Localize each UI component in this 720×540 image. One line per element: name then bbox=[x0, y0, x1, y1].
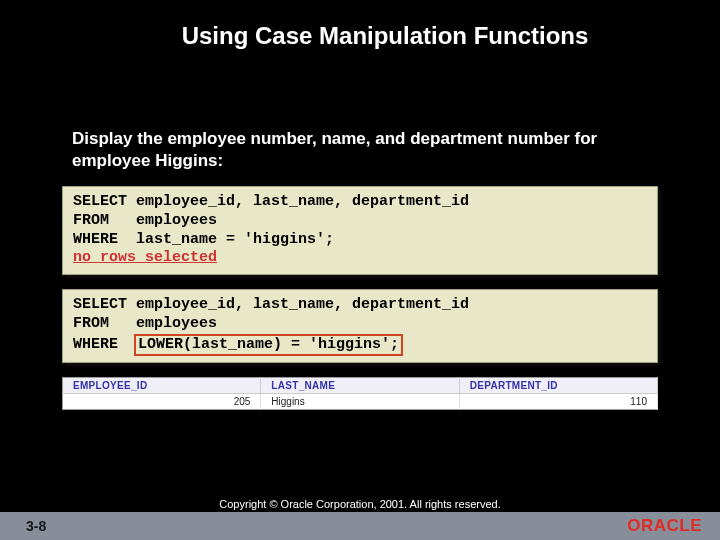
col-employee-id: EMPLOYEE_ID bbox=[63, 378, 261, 394]
col-department-id: DEPARTMENT_ID bbox=[459, 378, 657, 394]
sql1-line1: SELECT employee_id, last_name, departmen… bbox=[73, 193, 647, 212]
page-number: 3-8 bbox=[0, 518, 46, 534]
table-row: 205 Higgins 110 bbox=[63, 394, 658, 410]
sql2-line2: FROM employees bbox=[73, 315, 647, 334]
sql1-norows: no rows selected bbox=[73, 249, 647, 268]
footer-bar: 3-8 ORACLE bbox=[0, 512, 720, 540]
sql-block-2: SELECT employee_id, last_name, departmen… bbox=[62, 289, 658, 363]
lower-highlight: LOWER(last_name) = 'higgins'; bbox=[134, 334, 403, 357]
sql-block-1: SELECT employee_id, last_name, departmen… bbox=[62, 186, 658, 275]
sql2-line3: WHERE LOWER(last_name) = 'higgins'; bbox=[73, 334, 647, 357]
slide-title: Using Case Manipulation Functions bbox=[0, 0, 720, 50]
cell-dept-id: 110 bbox=[459, 394, 657, 410]
sql1-line3: WHERE last_name = 'higgins'; bbox=[73, 231, 647, 250]
cell-last-name: Higgins bbox=[261, 394, 459, 410]
oracle-logo: ORACLE bbox=[627, 516, 702, 536]
cell-emp-id: 205 bbox=[63, 394, 261, 410]
result-table: EMPLOYEE_ID LAST_NAME DEPARTMENT_ID 205 … bbox=[62, 377, 658, 410]
sql2-line1: SELECT employee_id, last_name, departmen… bbox=[73, 296, 647, 315]
col-last-name: LAST_NAME bbox=[261, 378, 459, 394]
copyright-text: Copyright © Oracle Corporation, 2001. Al… bbox=[0, 498, 720, 512]
slide-subtitle: Display the employee number, name, and d… bbox=[0, 128, 720, 172]
sql1-line2: FROM employees bbox=[73, 212, 647, 231]
table-header-row: EMPLOYEE_ID LAST_NAME DEPARTMENT_ID bbox=[63, 378, 658, 394]
